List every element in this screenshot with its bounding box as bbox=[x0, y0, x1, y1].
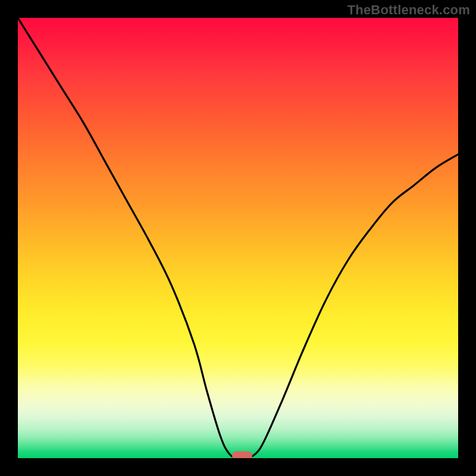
bottleneck-curve bbox=[18, 18, 458, 458]
plot-area bbox=[18, 18, 458, 458]
optimal-marker bbox=[232, 452, 252, 458]
watermark-text: TheBottleneck.com bbox=[347, 2, 470, 18]
chart-frame: TheBottleneck.com bbox=[0, 0, 476, 476]
